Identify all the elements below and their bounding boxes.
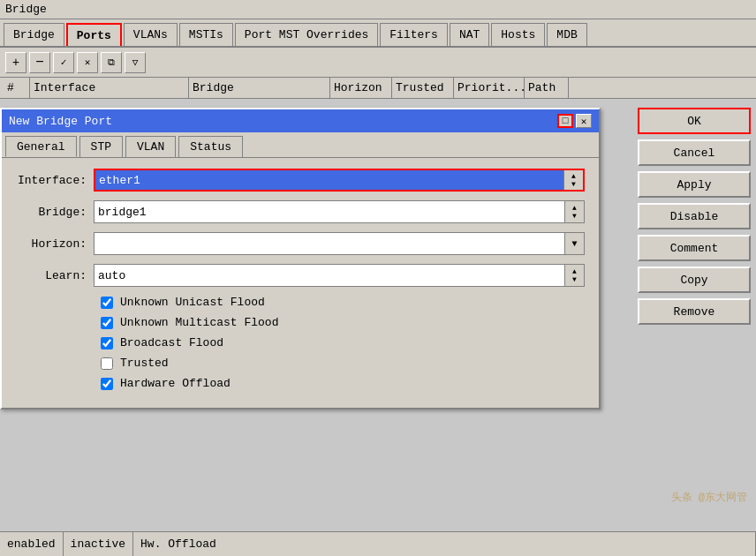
dialog-maximize-button[interactable]: □ xyxy=(557,114,573,128)
horizon-label: Horizon: xyxy=(16,237,87,251)
hw-offload-checkbox[interactable] xyxy=(101,378,113,390)
dialog-tab-vlan[interactable]: VLAN xyxy=(125,136,176,157)
right-buttons-panel: OK Cancel Apply Disable Comment Copy Rem… xyxy=(638,108,752,325)
tab-mdb[interactable]: MDB xyxy=(547,23,586,46)
hw-offload-label: Hardware Offload xyxy=(120,377,231,390)
dialog-tab-general[interactable]: General xyxy=(5,136,77,157)
dialog-tab-bar: General STP VLAN Status xyxy=(2,132,599,158)
status-activity: inactive xyxy=(64,532,133,556)
col-path: Path xyxy=(525,78,569,98)
ok-button[interactable]: OK xyxy=(638,108,751,134)
tab-bridge[interactable]: Bridge xyxy=(4,23,64,46)
cancel-button[interactable]: Cancel xyxy=(638,139,751,166)
disable-button[interactable]: ✕ xyxy=(77,52,98,73)
disable-dialog-button[interactable]: Disable xyxy=(638,203,751,229)
tab-hosts[interactable]: Hosts xyxy=(491,23,545,46)
dialog-close-button[interactable]: ✕ xyxy=(576,114,592,128)
learn-row: Learn: ▲ ▼ xyxy=(16,264,585,287)
status-info: Hw. Offload xyxy=(133,532,756,556)
tab-mstis[interactable]: MSTIs xyxy=(179,23,233,46)
learn-dropdown-button[interactable]: ▲ ▼ xyxy=(564,265,584,286)
remove-button-right[interactable]: Remove xyxy=(638,298,751,325)
interface-dropdown-button[interactable]: ▲ ▼ xyxy=(563,170,583,190)
trusted-row: Trusted xyxy=(16,357,585,370)
dialog-title-bar: New Bridge Port □ ✕ xyxy=(2,109,599,132)
enable-button[interactable]: ✓ xyxy=(53,52,74,73)
bridge-dropdown-button[interactable]: ▲ ▼ xyxy=(564,201,584,222)
status-bar: enabled inactive Hw. Offload xyxy=(0,531,756,556)
broadcast-flood-checkbox[interactable] xyxy=(101,337,113,349)
col-hash: # xyxy=(4,78,30,98)
unicast-flood-label: Unknown Unicast Flood xyxy=(120,296,265,309)
broadcast-flood-row: Broadcast Flood xyxy=(16,336,585,349)
copy-button[interactable]: ⧉ xyxy=(101,52,122,73)
horizon-row: Horizon: ▼ xyxy=(16,232,585,255)
tab-vlans[interactable]: VLANs xyxy=(124,23,178,46)
unicast-flood-row: Unknown Unicast Flood xyxy=(16,296,585,309)
horizon-input-wrap[interactable]: ▼ xyxy=(94,232,585,255)
new-bridge-port-dialog: New Bridge Port □ ✕ General STP VLAN xyxy=(0,108,601,409)
interface-row: Interface: ▲ ▼ xyxy=(16,169,585,192)
col-horizon: Horizon xyxy=(330,78,392,98)
title-bar: Bridge xyxy=(0,0,756,19)
watermark: 头条 @东大网管 xyxy=(671,490,747,505)
multicast-flood-row: Unknown Multicast Flood xyxy=(16,316,585,329)
dialog-tab-stp[interactable]: STP xyxy=(79,136,123,157)
multicast-flood-checkbox[interactable] xyxy=(101,317,113,329)
apply-button[interactable]: Apply xyxy=(638,171,751,198)
horizon-input[interactable] xyxy=(94,236,564,252)
interface-label: Interface: xyxy=(16,174,87,187)
comment-button[interactable]: Comment xyxy=(638,235,751,261)
bridge-label: Bridge: xyxy=(16,206,87,219)
bridge-input[interactable] xyxy=(94,204,564,221)
broadcast-flood-label: Broadcast Flood xyxy=(120,336,223,349)
add-button[interactable]: + xyxy=(5,52,26,73)
app-title: Bridge xyxy=(5,3,47,16)
unicast-flood-checkbox[interactable] xyxy=(101,297,113,309)
learn-label: Learn: xyxy=(16,269,87,282)
horizon-dropdown-button[interactable]: ▼ xyxy=(564,233,584,254)
main-tab-bar: Bridge Ports VLANs MSTIs Port MST Overri… xyxy=(0,19,756,48)
filter-button[interactable]: ▽ xyxy=(125,52,146,73)
content-area: New Bridge Port □ ✕ General STP VLAN xyxy=(0,99,756,531)
bridge-input-wrap[interactable]: ▲ ▼ xyxy=(94,200,585,223)
tab-ports[interactable]: Ports xyxy=(66,23,122,46)
status-enabled: enabled xyxy=(0,532,64,556)
dialog-form: Interface: ▲ ▼ Bridge: xyxy=(2,158,599,408)
hw-offload-row: Hardware Offload xyxy=(16,377,585,390)
tab-filters[interactable]: Filters xyxy=(380,23,448,46)
col-bridge: Bridge xyxy=(189,78,330,98)
dialog-tab-status[interactable]: Status xyxy=(178,136,243,157)
multicast-flood-label: Unknown Multicast Flood xyxy=(120,316,278,329)
trusted-checkbox[interactable] xyxy=(101,357,113,370)
interface-input[interactable] xyxy=(95,172,563,189)
dialog-title: New Bridge Port xyxy=(9,115,112,128)
learn-input[interactable] xyxy=(94,267,564,284)
col-priority: Priorit... xyxy=(454,78,525,98)
table-header: # Interface Bridge Horizon Trusted Prior… xyxy=(0,78,756,99)
remove-button[interactable]: − xyxy=(29,52,50,73)
tab-portmst[interactable]: Port MST Overrides xyxy=(235,23,378,46)
col-interface: Interface xyxy=(30,78,189,98)
bridge-row: Bridge: ▲ ▼ xyxy=(16,200,585,223)
toolbar: + − ✓ ✕ ⧉ ▽ xyxy=(0,48,756,78)
copy-button-right[interactable]: Copy xyxy=(638,267,751,293)
interface-input-wrap[interactable]: ▲ ▼ xyxy=(94,169,585,192)
learn-input-wrap[interactable]: ▲ ▼ xyxy=(94,264,585,287)
trusted-label: Trusted xyxy=(120,357,169,370)
tab-nat[interactable]: NAT xyxy=(450,23,489,46)
dialog-title-buttons: □ ✕ xyxy=(557,114,592,128)
col-trusted: Trusted xyxy=(392,78,454,98)
